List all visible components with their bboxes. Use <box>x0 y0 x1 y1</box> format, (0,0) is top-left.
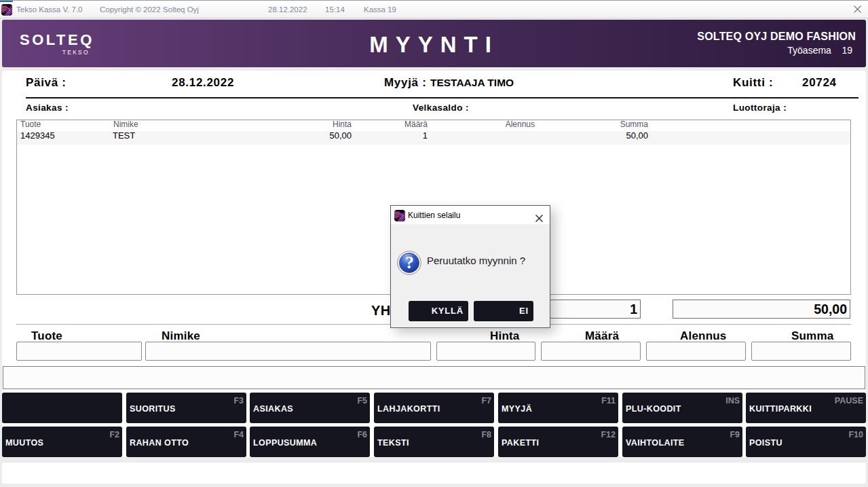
svg-text:?: ? <box>405 253 414 272</box>
